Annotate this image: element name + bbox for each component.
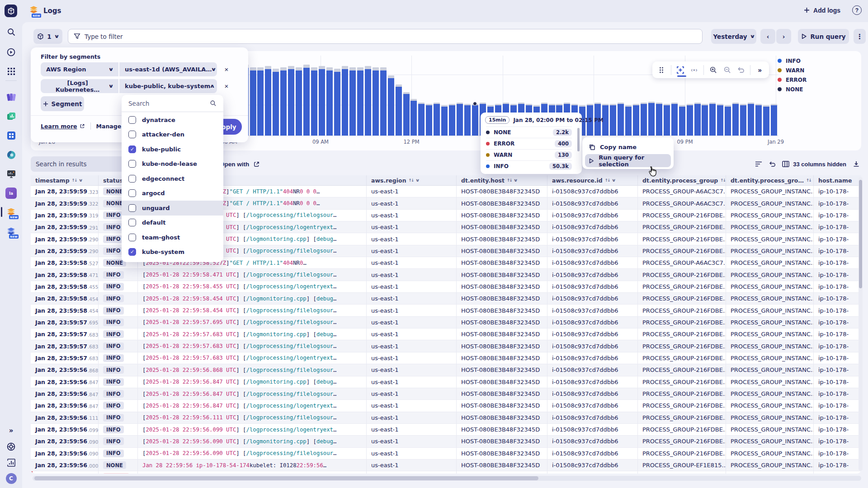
scope-selector[interactable]: 1 ∨ (33, 29, 62, 44)
table-row[interactable]: Jan 28, 23:59:56.000NONEJan 28 22:59:56 … (31, 460, 861, 471)
sidebar-app-observability[interactable] (5, 91, 17, 103)
table-row[interactable]: Jan 28, 23:59:57.683INFO[2025-01-28 22:5… (31, 328, 861, 340)
sidebar-app-logs-active[interactable]: NEW (5, 206, 17, 218)
histogram-bar[interactable] (740, 104, 746, 136)
table-row[interactable]: Jan 28, 23:59:57.695INFO[2025-01-28 22:5… (31, 317, 861, 328)
histogram-bar[interactable] (763, 105, 769, 136)
dynatrace-logo-icon[interactable] (5, 5, 17, 17)
undo-zoom-button[interactable] (736, 63, 746, 77)
remove-segment-button[interactable]: × (220, 79, 233, 93)
open-with-button[interactable]: Open with (220, 158, 260, 170)
sidebar-app-launcher[interactable]: la (5, 187, 17, 199)
column-header-host.name[interactable]: host.name (814, 175, 861, 185)
dropdown-search-input[interactable]: Search (122, 95, 223, 112)
histogram-bar[interactable] (449, 104, 455, 136)
segment-option-kube-public[interactable]: ✓kube-public (122, 142, 223, 157)
user-avatar[interactable]: C (5, 472, 17, 484)
search-sidebar-button[interactable] (5, 26, 17, 38)
more-options-button[interactable]: ⋮ (854, 29, 866, 44)
zoom-in-button[interactable] (708, 63, 718, 77)
chevron-down-icon[interactable]: ∨ (611, 178, 616, 183)
sidebar-app-analytics[interactable] (5, 110, 17, 122)
checkbox[interactable] (128, 234, 136, 241)
sort-icon[interactable]: ↑↓ (806, 178, 811, 183)
histogram-bar[interactable] (748, 103, 754, 136)
previous-range-button[interactable]: ‹ (760, 29, 775, 44)
table-row[interactable]: Jan 28, 23:59:56.000ERRORJan 28 22:59:56… (31, 471, 861, 474)
segment-option-attacker-den[interactable]: attacker-den (122, 127, 223, 142)
segment-option-default[interactable]: default (122, 216, 223, 230)
histogram-bar[interactable] (472, 104, 478, 136)
histogram-bar[interactable] (265, 66, 271, 136)
histogram-bar[interactable] (418, 103, 425, 136)
histogram-bar[interactable] (725, 105, 731, 136)
legend-item[interactable]: NONE (778, 84, 807, 94)
table-row[interactable]: Jan 28, 23:59:57.683INFO[2025-01-28 22:5… (31, 352, 861, 364)
vertical-scrollbar-thumb[interactable] (859, 180, 862, 288)
segment-name-dropdown[interactable]: [Logs] Kubernetes…∨ (41, 79, 118, 93)
histogram-bar[interactable] (357, 67, 363, 136)
column-header-aws.resource.id[interactable]: aws.resource.id↑↓∨ (547, 175, 638, 185)
checkbox[interactable] (128, 175, 136, 183)
table-row[interactable]: Jan 28, 23:59:56.847INFO[2025-01-28 22:5… (31, 400, 861, 412)
sidebar-support-button[interactable] (5, 441, 17, 453)
chevron-down-icon[interactable]: ∨ (415, 178, 420, 183)
histogram-bar[interactable] (403, 92, 410, 136)
reset-columns-button[interactable] (769, 160, 776, 168)
legend-item[interactable]: ERROR (778, 75, 807, 84)
column-header-aws.region[interactable]: aws.region↑↓∨ (367, 175, 457, 185)
table-row[interactable]: Jan 28, 23:59:56.847INFO[2025-01-28 22:5… (31, 388, 861, 400)
histogram-bar[interactable] (342, 66, 348, 136)
histogram-bar[interactable] (771, 104, 777, 136)
format-rows-button[interactable] (755, 161, 762, 167)
checkbox-checked[interactable]: ✓ (128, 248, 136, 256)
histogram-bar[interactable] (441, 105, 448, 136)
sort-icon[interactable]: ↑↓ (507, 178, 512, 183)
segment-option-kube-node-lease[interactable]: kube-node-lease (122, 157, 223, 172)
histogram-bar[interactable] (625, 105, 632, 136)
tooltip-scrollbar-thumb[interactable] (577, 128, 580, 151)
next-range-button[interactable]: › (776, 29, 791, 44)
histogram-bar[interactable] (273, 69, 279, 136)
table-row[interactable]: Jan 28, 23:59:57.683INFO[2025-01-28 22:5… (31, 340, 861, 352)
checkbox[interactable] (128, 131, 136, 138)
checkbox[interactable] (128, 204, 136, 212)
checkbox[interactable] (128, 116, 136, 124)
segment-option-kube-system[interactable]: ✓kube-system (122, 245, 223, 260)
histogram-bar[interactable] (380, 67, 387, 136)
segment-value-dropdown-open[interactable]: kube-public, kube-system∧ (119, 79, 217, 93)
chevron-down-icon[interactable]: ∨ (514, 178, 518, 183)
column-header-dt.entity.processgro[interactable]: dt.entity.process_gro…↑↓∨ (726, 175, 814, 185)
checkbox[interactable] (128, 189, 136, 197)
segment-option-edgeconnect[interactable]: edgeconnect (122, 171, 223, 186)
table-row[interactable]: Jan 28, 23:59:58.454INFO[2025-01-28 22:5… (31, 293, 861, 305)
table-row[interactable]: Jan 28, 23:59:58.454INFO[2025-01-28 22:5… (31, 305, 861, 316)
table-row[interactable]: Jan 28, 23:59:56.847INFO[2025-01-28 22:5… (31, 376, 861, 388)
horizontal-scrollbar[interactable] (33, 476, 861, 481)
table-row[interactable]: Jan 28, 23:59:56.868INFO[2025-01-28 22:5… (31, 364, 861, 376)
histogram-bar[interactable] (702, 104, 708, 136)
segment-name-dropdown[interactable]: AWS Region∨ (41, 62, 118, 76)
histogram-bar[interactable] (618, 103, 624, 136)
histogram-bar[interactable] (396, 84, 402, 136)
toolbar-more-button[interactable]: » (755, 63, 764, 77)
automations-sidebar-button[interactable] (5, 46, 17, 58)
table-row[interactable]: Jan 28, 23:59:56.090INFO[2025-01-28 22:5… (31, 448, 861, 460)
histogram-bar[interactable] (656, 103, 662, 136)
sidebar-app-clouds[interactable]: NEW (5, 225, 17, 238)
histogram-bar[interactable] (641, 103, 647, 136)
add-logs-button[interactable]: Add logs (804, 7, 840, 14)
pan-tool[interactable]: ‹•› (689, 63, 699, 77)
histogram-bar[interactable] (434, 103, 440, 136)
histogram-bar[interactable] (732, 103, 739, 136)
table-row[interactable]: Jan 28, 23:59:56.111INFO[2025-01-28 22:5… (31, 412, 861, 424)
remove-segment-button[interactable]: × (220, 62, 233, 76)
histogram-bar[interactable] (633, 104, 639, 136)
sort-icon[interactable]: ↑↓ (72, 178, 77, 183)
segment-option-team-ghost[interactable]: team-ghost (122, 230, 223, 245)
legend-item[interactable]: INFO (778, 56, 807, 66)
drag-handle[interactable] (657, 63, 666, 77)
column-header-timestamp[interactable]: timestamp↑↓∨ (31, 175, 99, 185)
run-query-button[interactable]: Run query (798, 29, 849, 44)
query-filter-input[interactable]: Type to filter (68, 29, 703, 44)
